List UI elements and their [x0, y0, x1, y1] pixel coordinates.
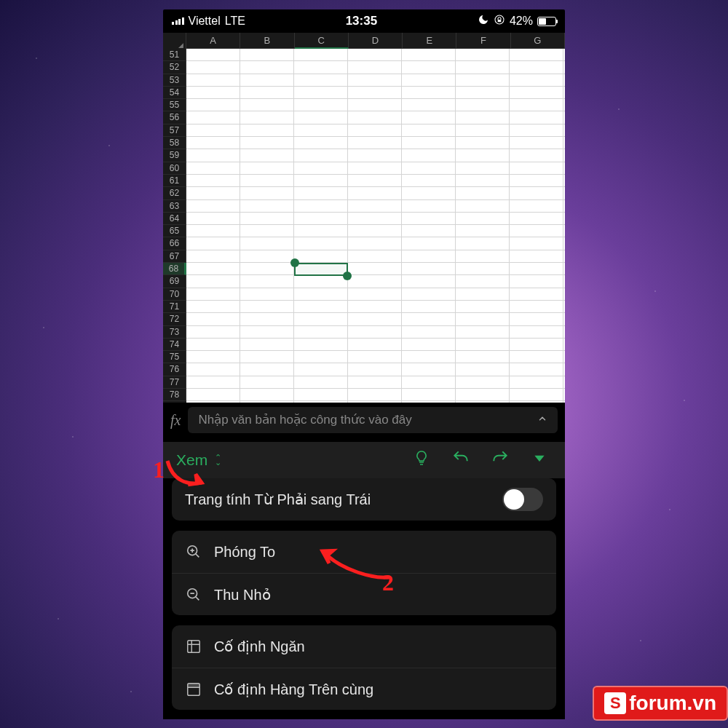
option-rtl-sheet[interactable]: Trang tính Từ Phải sang Trái: [172, 478, 556, 521]
expand-formula-icon[interactable]: [537, 407, 547, 433]
row-header[interactable]: 55: [163, 99, 186, 111]
select-all-corner[interactable]: [163, 33, 186, 49]
column-header[interactable]: D: [349, 33, 403, 49]
watermark-icon: S: [604, 692, 626, 714]
column-header[interactable]: C: [295, 33, 349, 49]
zoom-out-icon: [185, 587, 202, 603]
formula-input[interactable]: Nhập văn bản hoặc công thức vào đây: [188, 407, 558, 433]
watermark-text: forum.vn: [629, 692, 716, 715]
option-zoom-in[interactable]: Phóng To: [172, 531, 556, 573]
collapse-ribbon-icon[interactable]: [527, 451, 552, 470]
fx-icon[interactable]: fx: [170, 412, 181, 429]
row-header[interactable]: 75: [163, 351, 186, 363]
row-header[interactable]: 70: [163, 288, 186, 301]
selection-handle-tl[interactable]: [290, 258, 299, 267]
redo-icon[interactable]: [488, 448, 513, 472]
ribbon-tab-label: Xem: [176, 451, 207, 469]
option-label: Phóng To: [214, 544, 275, 561]
row-header[interactable]: 72: [163, 313, 186, 325]
row-headers: 5152535455565758596061626364656667686970…: [163, 49, 186, 403]
battery-icon: [537, 17, 556, 26]
row-header[interactable]: 68: [163, 263, 186, 275]
row-header[interactable]: 66: [163, 237, 186, 250]
row-header[interactable]: 62: [163, 187, 186, 199]
column-header[interactable]: F: [456, 33, 510, 49]
battery-percent: 42%: [510, 15, 533, 28]
option-label: Cố định Hàng Trên cùng: [214, 681, 373, 698]
freeze-top-row-icon: [185, 681, 202, 697]
selection-handle-br[interactable]: [343, 272, 352, 280]
carrier-label: Viettel: [189, 15, 221, 28]
row-header[interactable]: 52: [163, 61, 186, 74]
column-headers: ABCDEFG: [163, 33, 565, 49]
row-header[interactable]: 60: [163, 162, 186, 175]
tab-switch-icon[interactable]: ⌃⌄: [215, 455, 221, 465]
option-freeze-top-row[interactable]: Cố định Hàng Trên cùng: [172, 668, 556, 710]
formula-placeholder: Nhập văn bản hoặc công thức vào đây: [198, 407, 411, 433]
row-header[interactable]: 67: [163, 250, 186, 263]
ribbon-toolbar: Xem ⌃⌄: [163, 442, 565, 478]
rtl-toggle[interactable]: [502, 488, 543, 511]
row-header[interactable]: 61: [163, 175, 186, 187]
column-header[interactable]: A: [186, 33, 240, 49]
orientation-lock-icon: [494, 14, 505, 28]
undo-icon[interactable]: [448, 448, 473, 472]
row-header[interactable]: 76: [163, 363, 186, 376]
row-header[interactable]: 69: [163, 275, 186, 288]
spreadsheet[interactable]: ABCDEFG 51525354555657585960616263646566…: [163, 33, 565, 403]
row-header[interactable]: 73: [163, 326, 186, 339]
row-header[interactable]: 57: [163, 124, 186, 137]
svg-rect-1: [498, 20, 502, 22]
column-header[interactable]: G: [511, 33, 565, 49]
signal-icon: [172, 17, 184, 25]
row-header[interactable]: 65: [163, 225, 186, 237]
view-options-panel: Trang tính Từ Phải sang Trái Phóng To Th…: [163, 478, 565, 719]
status-time: 13:35: [346, 14, 377, 28]
row-header[interactable]: 64: [163, 213, 186, 225]
row-header[interactable]: 51: [163, 49, 186, 61]
svg-rect-4: [188, 641, 200, 653]
option-zoom-out[interactable]: Thu Nhỏ: [172, 573, 556, 615]
ribbon-tab-view[interactable]: Xem ⌃⌄: [176, 451, 221, 469]
lightbulb-icon[interactable]: [409, 449, 434, 471]
row-header[interactable]: 53: [163, 74, 186, 87]
row-header[interactable]: 77: [163, 376, 186, 389]
watermark: S forum.vn: [593, 686, 728, 721]
option-label: Thu Nhỏ: [214, 586, 271, 604]
row-header[interactable]: 59: [163, 149, 186, 162]
row-header[interactable]: 58: [163, 137, 186, 149]
freeze-panes-icon: [185, 638, 202, 654]
row-header[interactable]: 71: [163, 301, 186, 313]
zoom-in-icon: [185, 544, 202, 560]
option-label: Cố định Ngăn: [214, 638, 305, 655]
cell-grid[interactable]: [186, 49, 565, 403]
row-header[interactable]: 54: [163, 87, 186, 99]
status-bar: Viettel LTE 13:35 42%: [163, 9, 565, 33]
cell-selection[interactable]: [294, 263, 348, 276]
moon-icon: [478, 14, 489, 28]
row-header[interactable]: 63: [163, 200, 186, 213]
option-freeze-panes[interactable]: Cố định Ngăn: [172, 625, 556, 668]
svg-rect-6: [188, 683, 200, 687]
row-header[interactable]: 74: [163, 339, 186, 351]
column-header[interactable]: E: [403, 33, 456, 49]
row-header[interactable]: 56: [163, 111, 186, 124]
network-label: LTE: [225, 15, 245, 28]
option-label: Trang tính Từ Phải sang Trái: [185, 491, 371, 508]
row-header[interactable]: 78: [163, 389, 186, 401]
formula-bar: fx Nhập văn bản hoặc công thức vào đây: [163, 403, 565, 438]
column-header[interactable]: B: [240, 33, 294, 49]
phone-frame: Viettel LTE 13:35 42% ABCDEFG 5152535455…: [163, 9, 565, 719]
